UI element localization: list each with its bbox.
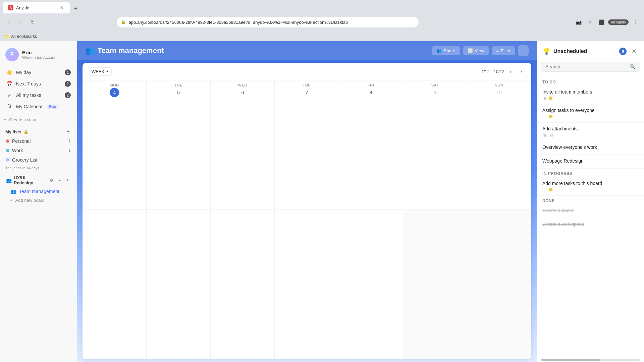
view-icon: ⬜ <box>468 48 473 53</box>
next-week-button[interactable]: › <box>517 67 526 76</box>
back-button[interactable]: ‹ <box>4 17 13 27</box>
day-number-9: 9 <box>430 88 440 97</box>
more-button[interactable]: ⋯ <box>518 45 529 56</box>
camera-icon[interactable]: 📷 <box>574 17 583 27</box>
search-icon: 🔍 <box>630 64 636 69</box>
new-tab-button[interactable]: + <box>71 4 80 13</box>
check-icon: ✓ <box>6 92 13 99</box>
add-list-button[interactable]: + <box>65 128 71 135</box>
personal-dot <box>6 139 9 143</box>
forward-button[interactable]: › <box>16 17 25 27</box>
list-item-personal[interactable]: Personal 1 <box>3 136 74 146</box>
day-number-4: 4 <box>110 88 119 97</box>
day-cell-tue[interactable] <box>147 210 211 360</box>
lists-container: Personal 1 Work 1 Grocery List <box>0 136 77 165</box>
tab-close-button[interactable]: ✕ <box>59 5 64 10</box>
subtask-icon: ⊟ <box>542 96 547 101</box>
task-title: Assign tasks to everyone <box>542 108 639 113</box>
board-header: 👥 Team management 👥 Share ⬜ View ≡ Filte… <box>77 41 537 60</box>
task-title: Add attachments <box>542 126 639 131</box>
list-item-label: Work <box>12 148 23 153</box>
browser-toolbar-right: 📷 ☆ ⬛ Incognito ⋮ <box>574 17 640 27</box>
bookmarks-bar: 📁 All Bookmarks <box>0 32 644 41</box>
panel-title: Unscheduled <box>553 48 616 54</box>
extensions-icon[interactable]: ⬛ <box>597 17 606 27</box>
day-cell-wed[interactable] <box>211 210 275 360</box>
project-more-icon[interactable]: ⋯ <box>56 177 63 184</box>
board-item-team-management[interactable]: 👥 Team management <box>3 187 74 196</box>
add-board-button[interactable]: + Add new board <box>3 196 74 204</box>
date-range: 4/12 - 10/12 <box>481 69 504 74</box>
task-create-board[interactable]: Create a board <box>537 204 644 218</box>
address-bar[interactable]: 🔒 app.any.do/boards/f245600a-28f0-4892-8… <box>117 17 419 27</box>
day-cell-sat[interactable] <box>403 210 467 360</box>
task-webpage-redesign[interactable]: Webpage Redesign <box>537 155 644 169</box>
board-label: Team management <box>19 189 59 194</box>
day-number-6: 6 <box>238 88 247 97</box>
project-add-icon[interactable]: + <box>64 177 71 184</box>
active-tab[interactable]: A Any.do ✕ <box>3 2 70 13</box>
task-meta: ⊟ <box>542 114 639 119</box>
view-label: View <box>475 48 484 53</box>
view-button[interactable]: ⬜ View <box>463 46 489 55</box>
priority-dot <box>549 188 552 191</box>
reload-button[interactable]: ↻ <box>28 17 38 27</box>
task-title: Add more tasks to this board <box>542 181 639 186</box>
task-title: Overview everyone's work <box>542 144 639 150</box>
task-assign-tasks[interactable]: Assign tasks to everyone ⊟ <box>537 104 644 123</box>
user-workspace: Workspace Account <box>22 55 58 60</box>
day-header-wed: WED 6 <box>211 80 275 210</box>
search-bar[interactable]: 🔍 <box>541 62 640 72</box>
user-profile[interactable]: E Eric Workspace Account <box>0 45 77 67</box>
task-add-more-tasks[interactable]: Add more tasks to this board ⊟ <box>537 177 644 196</box>
beta-badge: Beta <box>47 105 58 109</box>
day-cell-sun[interactable] <box>467 210 531 360</box>
trial-banner: Trial ends in 14 days <box>0 165 77 171</box>
sidebar-item-label: My day <box>16 70 31 75</box>
search-input[interactable] <box>545 64 627 69</box>
lightbulb-icon: 💡 <box>542 47 551 55</box>
day-cell-mon[interactable] <box>83 210 147 360</box>
share-button[interactable]: 👥 Share <box>432 46 460 55</box>
list-item-grocery[interactable]: Grocery List <box>3 155 74 165</box>
list-item-work[interactable]: Work 1 <box>3 146 74 155</box>
attachment-icon: 📎 <box>542 133 547 137</box>
close-panel-button[interactable]: ✕ <box>629 47 639 56</box>
project-header[interactable]: 👥 UX/UI Redesign ⚙ ⋯ + <box>3 174 74 187</box>
tab-title: Any.do <box>16 5 30 10</box>
filter-button[interactable]: ≡ Filter <box>492 46 515 55</box>
filter-icon: ≡ <box>496 48 499 53</box>
day-header-thu: THU 7 <box>275 80 339 210</box>
my-lists-label: My lists <box>5 129 21 134</box>
chevron-down-icon: ▾ <box>106 70 108 73</box>
task-invite-team[interactable]: Invite all team members ⊟ <box>537 86 644 104</box>
menu-icon[interactable]: ⋮ <box>631 17 640 27</box>
sidebar-item-all-my-tasks[interactable]: ✓ All my tasks 2 <box>3 89 74 101</box>
day-cell-thu[interactable] <box>275 210 339 360</box>
right-panel: 💡 Unscheduled 8 ✕ 🔍 To do Invite all tea… <box>537 41 644 362</box>
task-add-attachments[interactable]: Add attachments 📎 ⊟ <box>537 123 644 141</box>
day-header-mon: MON 4 <box>83 80 147 210</box>
my-lists-title: My lists 🔒 + <box>5 128 71 135</box>
board-icon: 👥 <box>11 189 16 194</box>
create-view-button[interactable]: + Create a view <box>0 115 77 124</box>
project-settings-icon[interactable]: ⚙ <box>48 177 55 184</box>
day-number-7: 7 <box>302 88 311 97</box>
task-create-workspace[interactable]: Create a workspace <box>537 218 644 232</box>
panel-scrollbar[interactable] <box>541 359 640 361</box>
task-overview-work[interactable]: Overview everyone's work <box>537 141 644 155</box>
sidebar-item-my-calendar[interactable]: 🗓 My Calendar Beta <box>3 101 74 112</box>
day-number-8: 8 <box>366 88 376 97</box>
bookmarks-folder-icon: 📁 <box>4 34 10 39</box>
board-actions: 👥 Share ⬜ View ≡ Filter ⋯ <box>432 45 529 56</box>
prev-week-button[interactable]: ‹ <box>506 67 515 76</box>
sidebar-item-my-day[interactable]: ☀️ My day 1 <box>3 67 74 78</box>
day-cell-fri[interactable] <box>339 210 403 360</box>
task-meta: ⊟ <box>542 96 639 101</box>
work-count: 1 <box>68 148 71 153</box>
lock-icon: 🔒 <box>23 129 29 134</box>
sidebar-item-next-7-days[interactable]: 📅 Next 7 days 2 <box>3 78 74 89</box>
week-selector[interactable]: WEEK ▾ <box>88 67 112 76</box>
star-icon[interactable]: ☆ <box>585 17 595 27</box>
day-number-5: 5 <box>174 88 183 97</box>
